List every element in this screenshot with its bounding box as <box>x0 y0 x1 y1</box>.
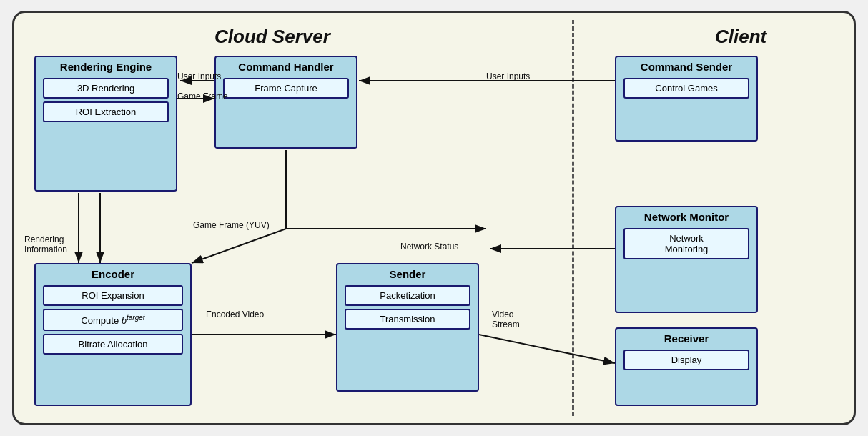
section-divider <box>572 20 574 416</box>
label-encoded-video: Encoded Video <box>206 309 264 319</box>
label-network-status: Network Status <box>400 242 458 252</box>
label-user-inputs-2: User Inputs <box>486 71 530 81</box>
sender-item-0: Packetization <box>345 285 470 306</box>
encoder-item-1: Compute btarget <box>43 309 183 331</box>
label-game-frame-yuv: Game Frame (YUV) <box>193 220 270 230</box>
command-sender-box: Command Sender Control Games <box>615 56 758 142</box>
label-rendering-info: RenderingInformation <box>24 234 67 254</box>
encoder-title: Encoder <box>36 264 190 282</box>
receiver-item-0: Display <box>623 350 749 370</box>
sender-box: Sender Packetization Transmission <box>336 263 479 392</box>
cloud-server-title: Cloud Server <box>214 26 330 48</box>
label-video-stream: VideoStream <box>492 309 520 330</box>
sender-title: Sender <box>337 264 478 282</box>
encoder-box: Encoder ROI Expansion Compute btarget Bi… <box>34 263 192 406</box>
network-monitor-item-0: NetworkMonitoring <box>623 228 749 259</box>
command-sender-item-0: Control Games <box>623 78 749 99</box>
encoder-item-2: Bitrate Allocation <box>43 334 183 355</box>
receiver-title: Receiver <box>616 329 756 347</box>
encoder-item-0: ROI Expansion <box>43 285 183 306</box>
command-handler-box: Command Handler Frame Capture <box>214 56 357 149</box>
rendering-engine-box: Rendering Engine 3D Rendering ROI Extrac… <box>34 56 177 192</box>
network-monitor-title: Network Monitor <box>616 207 756 225</box>
label-user-inputs-1: User Inputs <box>177 71 221 81</box>
label-game-frame: Game Frame <box>177 91 228 101</box>
svg-line-12 <box>479 335 615 363</box>
receiver-box: Receiver Display <box>615 327 758 406</box>
sender-item-1: Transmission <box>345 309 470 330</box>
rendering-engine-item-0: 3D Rendering <box>43 78 169 99</box>
rendering-engine-item-1: ROI Extraction <box>43 101 169 122</box>
diagram-container: Cloud Server Client Rendering Engine 3D … <box>12 11 856 425</box>
command-handler-item-0: Frame Capture <box>223 78 349 99</box>
svg-line-7 <box>192 229 286 263</box>
command-handler-title: Command Handler <box>216 57 356 75</box>
command-sender-title: Command Sender <box>616 57 756 75</box>
rendering-engine-title: Rendering Engine <box>36 57 176 75</box>
network-monitor-box: Network Monitor NetworkMonitoring <box>615 206 758 313</box>
client-title: Client <box>715 26 766 48</box>
